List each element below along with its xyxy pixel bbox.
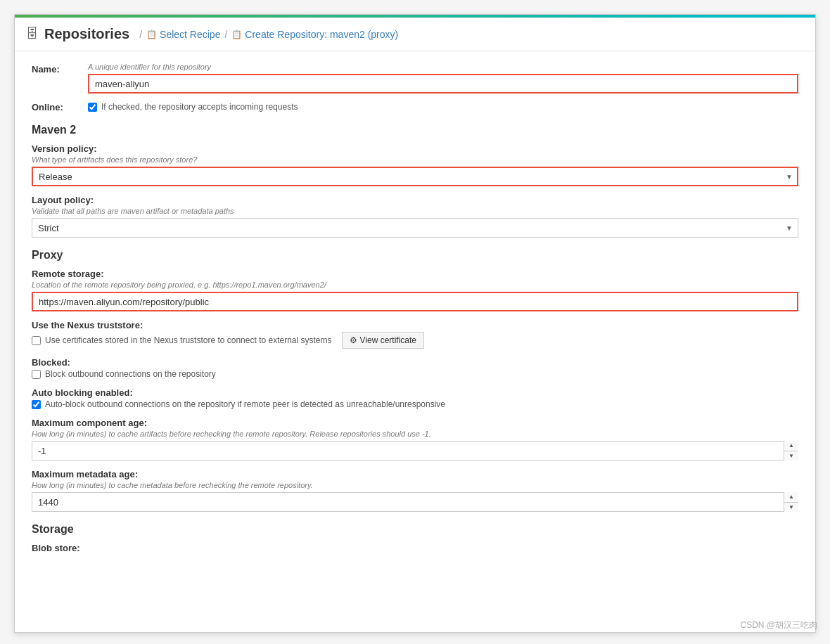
online-checkbox-row: If checked, the repository accepts incom… [88, 102, 798, 112]
version-policy-label: Version policy: [32, 143, 798, 154]
main-content: Name: A unique identifier for this repos… [15, 51, 815, 579]
max-component-age-label: Maximum component age: [32, 418, 798, 428]
storage-heading: Storage [32, 523, 798, 536]
online-field-col: If checked, the repository accepts incom… [88, 101, 798, 112]
max-component-age-block: Maximum component age: How long (in minu… [32, 418, 798, 461]
repositories-icon: 🗄 [26, 27, 39, 41]
header: 🗄 Repositories / 📋 Select Recipe / 📋 Cre… [15, 18, 815, 51]
recipe-icon: 📋 [146, 30, 157, 39]
blob-store-block: Blob store: [32, 543, 798, 553]
online-hint: If checked, the repository accepts incom… [101, 102, 298, 112]
remote-storage-hint: Location of the remote repository being … [32, 281, 798, 289]
blob-store-label: Blob store: [32, 543, 798, 553]
name-field-col: A unique identifier for this repository [88, 63, 798, 94]
blocked-checkbox[interactable] [32, 370, 41, 379]
sep2: / [224, 29, 227, 40]
create-icon: 📋 [231, 30, 242, 39]
max-component-age-down-arrow[interactable]: ▼ [784, 451, 798, 461]
maven2-heading: Maven 2 [32, 124, 798, 136]
version-policy-hint: What type of artifacts does this reposit… [32, 155, 798, 164]
breadcrumb-select-recipe[interactable]: 📋 Select Recipe [146, 29, 220, 40]
nexus-truststore-label: Use the Nexus truststore: [32, 320, 798, 330]
breadcrumb-recipe-label: Select Recipe [160, 29, 220, 40]
max-metadata-age-arrows: ▲ ▼ [784, 492, 798, 512]
version-policy-block: Version policy: What type of artifacts d… [32, 143, 798, 186]
max-metadata-age-label: Maximum metadata age: [32, 469, 798, 479]
online-label: Online: [32, 101, 88, 112]
max-component-age-input[interactable] [32, 441, 798, 461]
layout-policy-select[interactable]: Strict Permissive [32, 218, 798, 238]
blocked-label: Blocked: [32, 357, 798, 368]
remote-storage-block: Remote storage: Location of the remote r… [32, 269, 798, 311]
auto-blocking-hint: Auto-block outbound connections on the r… [45, 399, 445, 409]
blocked-block: Blocked: Block outbound connections on t… [32, 357, 798, 379]
max-component-age-spinbox: ▲ ▼ [32, 441, 798, 461]
max-component-age-arrows: ▲ ▼ [784, 441, 798, 461]
version-policy-select[interactable]: Release Snapshot Mixed [32, 167, 798, 186]
auto-blocking-checkbox[interactable] [32, 400, 41, 409]
max-metadata-age-up-arrow[interactable]: ▲ [784, 492, 798, 503]
view-cert-label: View certificate [360, 335, 416, 345]
version-policy-wrapper: Release Snapshot Mixed ▼ [32, 167, 798, 186]
max-component-age-up-arrow[interactable]: ▲ [784, 441, 798, 451]
name-input[interactable] [88, 74, 798, 94]
auto-blocking-label: Auto blocking enabled: [32, 387, 798, 398]
remote-storage-label: Remote storage: [32, 269, 798, 279]
breadcrumb-create-label: Create Repository: maven2 (proxy) [245, 29, 398, 40]
layout-policy-block: Layout policy: Validate that all paths a… [32, 195, 798, 238]
layout-policy-hint: Validate that all paths are maven artifa… [32, 207, 798, 215]
auto-blocking-block: Auto blocking enabled: Auto-block outbou… [32, 387, 798, 409]
max-metadata-age-spinbox: ▲ ▼ [32, 492, 798, 512]
online-row: Online: If checked, the repository accep… [32, 101, 798, 112]
breadcrumb-create-repo[interactable]: 📋 Create Repository: maven2 (proxy) [231, 29, 398, 40]
proxy-heading: Proxy [32, 249, 798, 262]
view-certificate-button[interactable]: ⚙ View certificate [342, 332, 424, 349]
max-metadata-age-down-arrow[interactable]: ▼ [784, 503, 798, 513]
cert-icon: ⚙ [350, 335, 357, 345]
sep1: / [139, 29, 142, 40]
watermark: CSDN @胡汉三吃肉 [740, 619, 817, 631]
layout-policy-wrapper: Strict Permissive ▼ [32, 218, 798, 238]
layout-policy-label: Layout policy: [32, 195, 798, 205]
page-title: Repositories [44, 26, 129, 42]
nexus-truststore-hint: Use certificates stored in the Nexus tru… [45, 335, 332, 345]
name-hint: A unique identifier for this repository [88, 63, 798, 71]
blocked-hint: Block outbound connections on the reposi… [45, 369, 216, 379]
max-metadata-age-input[interactable] [32, 492, 798, 512]
name-row: Name: A unique identifier for this repos… [32, 63, 798, 94]
max-component-age-hint: How long (in minutes) to cache artifacts… [32, 430, 798, 438]
name-label: Name: [32, 63, 88, 75]
max-metadata-age-hint: How long (in minutes) to cache metadata … [32, 481, 798, 489]
nexus-truststore-row: Use certificates stored in the Nexus tru… [32, 332, 798, 349]
auto-blocking-row: Auto-block outbound connections on the r… [32, 399, 798, 409]
max-metadata-age-block: Maximum metadata age: How long (in minut… [32, 469, 798, 512]
blocked-row: Block outbound connections on the reposi… [32, 369, 798, 379]
remote-storage-input[interactable] [32, 292, 798, 311]
nexus-truststore-block: Use the Nexus truststore: Use certificat… [32, 320, 798, 349]
online-checkbox[interactable] [88, 103, 97, 112]
nexus-truststore-checkbox[interactable] [32, 336, 41, 345]
